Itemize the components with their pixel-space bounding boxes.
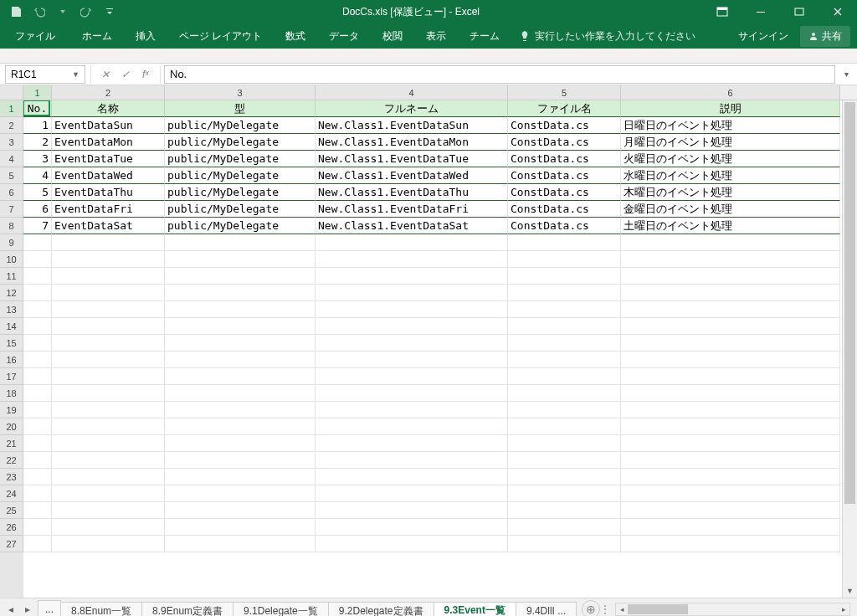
formula-expand-icon[interactable]: ▾ bbox=[839, 69, 854, 79]
sheet-tab[interactable]: 8.8Enum一覧 bbox=[60, 602, 142, 617]
name-box-dropdown-icon[interactable]: ▼ bbox=[72, 70, 80, 79]
empty-cell[interactable] bbox=[52, 418, 165, 435]
empty-cell[interactable] bbox=[316, 452, 508, 469]
table-cell[interactable]: EventDataFri bbox=[52, 201, 165, 218]
col-header[interactable]: 5 bbox=[508, 85, 621, 100]
vertical-scrollbar[interactable]: ▲ ▼ bbox=[842, 100, 857, 598]
tab-1[interactable]: 挿入 bbox=[124, 23, 167, 49]
empty-cell[interactable] bbox=[165, 435, 316, 452]
row-header[interactable]: 23 bbox=[0, 469, 23, 485]
empty-cell[interactable] bbox=[165, 418, 316, 435]
tab-file[interactable]: ファイル bbox=[0, 23, 70, 49]
empty-cell[interactable] bbox=[621, 335, 840, 352]
row-header[interactable]: 13 bbox=[0, 301, 23, 318]
empty-cell[interactable] bbox=[165, 502, 316, 519]
empty-cell[interactable] bbox=[23, 385, 52, 402]
empty-cell[interactable] bbox=[52, 251, 165, 268]
signin-link[interactable]: サインイン bbox=[726, 29, 800, 44]
empty-cell[interactable] bbox=[316, 519, 508, 536]
table-header-cell[interactable]: No. bbox=[23, 100, 52, 117]
row-header[interactable]: 1 bbox=[0, 100, 23, 117]
table-cell[interactable]: ConstData.cs bbox=[508, 117, 621, 134]
empty-cell[interactable] bbox=[23, 251, 52, 268]
row-header[interactable]: 16 bbox=[0, 352, 23, 368]
table-cell[interactable]: public/MyDelegate bbox=[165, 184, 316, 201]
tab-5[interactable]: 校閲 bbox=[371, 23, 414, 49]
row-header[interactable]: 26 bbox=[0, 519, 23, 536]
empty-cell[interactable] bbox=[316, 285, 508, 301]
empty-cell[interactable] bbox=[316, 268, 508, 285]
empty-cell[interactable] bbox=[508, 402, 621, 418]
minimize-icon[interactable] bbox=[742, 0, 780, 23]
empty-cell[interactable] bbox=[165, 285, 316, 301]
select-all-corner[interactable] bbox=[0, 85, 23, 100]
empty-cell[interactable] bbox=[52, 502, 165, 519]
tab-2[interactable]: ページ レイアウト bbox=[167, 23, 274, 49]
empty-cell[interactable] bbox=[508, 469, 621, 485]
row-header[interactable]: 14 bbox=[0, 318, 23, 335]
empty-cell[interactable] bbox=[23, 268, 52, 285]
empty-cell[interactable] bbox=[508, 418, 621, 435]
table-cell[interactable]: New.Class1.EventDataSun bbox=[316, 117, 508, 134]
cancel-icon[interactable]: ✕ bbox=[96, 69, 115, 80]
col-header[interactable]: 4 bbox=[316, 85, 508, 100]
empty-cell[interactable] bbox=[23, 435, 52, 452]
row-header[interactable]: 21 bbox=[0, 435, 23, 452]
empty-cell[interactable] bbox=[621, 318, 840, 335]
table-cell[interactable]: 木曜日のイベント処理 bbox=[621, 184, 840, 201]
empty-cell[interactable] bbox=[621, 251, 840, 268]
empty-cell[interactable] bbox=[52, 452, 165, 469]
hscroll-right-icon[interactable]: ▸ bbox=[838, 605, 849, 613]
row-header[interactable]: 9 bbox=[0, 234, 23, 251]
empty-cell[interactable] bbox=[165, 485, 316, 502]
row-header[interactable]: 8 bbox=[0, 218, 23, 234]
empty-cell[interactable] bbox=[621, 234, 840, 251]
table-cell[interactable]: 水曜日のイベント処理 bbox=[621, 167, 840, 184]
empty-cell[interactable] bbox=[52, 335, 165, 352]
sheet-tab[interactable]: 9.1Delegate一覧 bbox=[233, 602, 329, 617]
empty-cell[interactable] bbox=[165, 335, 316, 352]
sheet-nav-prev-icon[interactable]: ◂ bbox=[5, 603, 17, 615]
empty-cell[interactable] bbox=[621, 352, 840, 368]
empty-cell[interactable] bbox=[52, 368, 165, 385]
table-cell[interactable]: 2 bbox=[23, 134, 52, 151]
table-cell[interactable]: 3 bbox=[23, 151, 52, 167]
scroll-down-icon[interactable]: ▼ bbox=[843, 584, 857, 598]
row-header[interactable]: 5 bbox=[0, 167, 23, 184]
table-cell[interactable]: ConstData.cs bbox=[508, 201, 621, 218]
empty-cell[interactable] bbox=[165, 318, 316, 335]
empty-cell[interactable] bbox=[508, 452, 621, 469]
table-cell[interactable]: EventDataWed bbox=[52, 167, 165, 184]
empty-cell[interactable] bbox=[52, 318, 165, 335]
empty-cell[interactable] bbox=[316, 385, 508, 402]
row-header[interactable]: 17 bbox=[0, 368, 23, 385]
empty-cell[interactable] bbox=[316, 318, 508, 335]
table-cell[interactable]: ConstData.cs bbox=[508, 167, 621, 184]
table-header-cell[interactable]: フルネーム bbox=[316, 100, 508, 117]
empty-cell[interactable] bbox=[23, 485, 52, 502]
empty-cell[interactable] bbox=[621, 435, 840, 452]
redo-icon[interactable] bbox=[77, 3, 95, 21]
empty-cell[interactable] bbox=[165, 536, 316, 552]
empty-cell[interactable] bbox=[316, 418, 508, 435]
empty-cell[interactable] bbox=[52, 536, 165, 552]
qat-customize-icon[interactable] bbox=[100, 3, 119, 21]
empty-cell[interactable] bbox=[621, 536, 840, 552]
table-cell[interactable]: ConstData.cs bbox=[508, 184, 621, 201]
empty-cell[interactable] bbox=[52, 285, 165, 301]
empty-cell[interactable] bbox=[23, 285, 52, 301]
empty-cell[interactable] bbox=[23, 536, 52, 552]
empty-cell[interactable] bbox=[165, 452, 316, 469]
empty-cell[interactable] bbox=[508, 285, 621, 301]
col-header[interactable]: 1 bbox=[23, 85, 52, 100]
empty-cell[interactable] bbox=[316, 335, 508, 352]
table-cell[interactable]: ConstData.cs bbox=[508, 134, 621, 151]
table-header-cell[interactable]: 名称 bbox=[52, 100, 165, 117]
row-header[interactable]: 24 bbox=[0, 485, 23, 502]
empty-cell[interactable] bbox=[621, 268, 840, 285]
formula-input[interactable]: No. bbox=[164, 65, 835, 84]
empty-cell[interactable] bbox=[52, 268, 165, 285]
col-header[interactable]: 3 bbox=[165, 85, 316, 100]
table-cell[interactable]: public/MyDelegate bbox=[165, 201, 316, 218]
hscroll-thumb[interactable] bbox=[628, 604, 688, 614]
